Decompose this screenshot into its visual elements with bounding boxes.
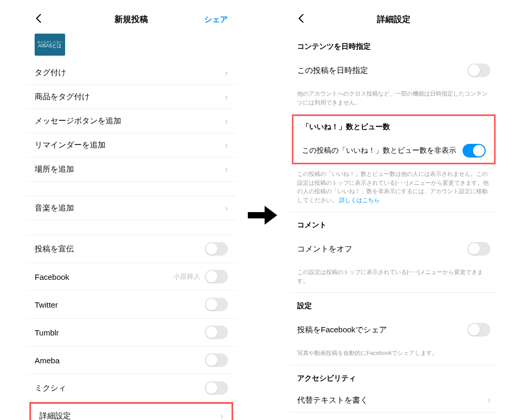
row-schedule-post: この投稿を日時指定 (289, 57, 499, 84)
row-share-facebook: 投稿をFacebookでシェア (289, 316, 499, 343)
row-promote-post: 投稿を宣伝 (26, 235, 236, 263)
row-advanced-settings[interactable]: 詳細設定 › (31, 404, 232, 420)
section-accessibility-title: アクセシビリティ (289, 365, 499, 388)
right-title: 詳細設定 (377, 14, 411, 25)
toggle-twitter[interactable] (205, 298, 228, 311)
right-header: 詳細設定 (289, 5, 499, 34)
fb-help-text: 写真や動画投稿を自動的にFacebookでシェアします。 (289, 343, 499, 365)
toggle-comments-off[interactable] (467, 242, 490, 256)
left-screen: 新規投稿 シェア みんながしらない AISASとは タグ付け › 商品をタグ付け… (26, 5, 236, 420)
section-comments-title: コメント (289, 212, 499, 235)
row-twitter: Twitter (26, 291, 236, 319)
chevron-right-icon: › (488, 395, 490, 405)
chevron-right-icon: › (220, 412, 223, 421)
row-add-reminder[interactable]: リマインダーを追加 › (26, 133, 236, 158)
row-alt-text[interactable]: 代替テキストを書く › (289, 388, 499, 413)
comments-help-text: この設定は投稿のトップに表示されている[･･･]メニューから変更できます。 (289, 262, 499, 292)
row-facebook: Facebook 小原柊人 (26, 263, 236, 291)
highlighted-advanced-row: 詳細設定 › (29, 402, 233, 420)
toggle-promote[interactable] (205, 242, 228, 256)
schedule-help-text: 他のアカウントへのクロス投稿など、一部の機能は日時指定したコンテンツには利用でき… (289, 84, 499, 114)
svg-rect-0 (248, 212, 266, 218)
chevron-right-icon: › (225, 165, 228, 174)
row-tag-products[interactable]: 商品をタグ付け › (26, 85, 236, 109)
chevron-right-icon: › (225, 68, 228, 78)
back-button[interactable] (297, 13, 304, 26)
toggle-tumblr[interactable] (205, 326, 228, 339)
row-add-message-button[interactable]: メッセージボタンを追加 › (26, 109, 236, 133)
toggle-mixi[interactable] (205, 381, 228, 395)
highlighted-likes-block: 「いいね！」数とビュー数 この投稿の「いいね！」数とビュー数を非表示 (292, 114, 496, 164)
section-gap (26, 220, 236, 235)
row-tumblr: Tumblr (26, 319, 236, 346)
row-add-music[interactable]: 音楽を追加 › (26, 196, 236, 220)
toggle-share-facebook[interactable] (467, 323, 490, 337)
row-ameba: Ameba (26, 346, 236, 374)
row-tag-people[interactable]: タグ付け › (26, 61, 236, 85)
arrow-right-icon (248, 206, 277, 225)
right-screen: 詳細設定 コンテンツを日時指定 この投稿を日時指定 他のアカウントへのクロス投稿… (289, 5, 499, 413)
section-schedule-title: コンテンツを日時指定 (289, 34, 499, 57)
back-button[interactable] (35, 13, 42, 26)
toggle-ameba[interactable] (205, 353, 228, 367)
toggle-facebook[interactable] (205, 270, 228, 284)
chevron-right-icon: › (225, 141, 228, 150)
chevron-right-icon: › (225, 204, 228, 213)
toggle-schedule[interactable] (467, 64, 490, 77)
transition-arrow (247, 5, 278, 420)
facebook-account-name: 小原柊人 (173, 272, 201, 281)
section-settings-title: 設定 (289, 293, 499, 316)
post-thumbnail[interactable]: みんながしらない AISASとは (35, 34, 65, 56)
chevron-right-icon: › (225, 92, 228, 102)
likes-learn-more-link[interactable]: 詳しくはこちら (339, 197, 380, 203)
share-button[interactable]: シェア (204, 15, 228, 25)
row-comments-off: コメントをオフ (289, 235, 499, 262)
left-header: 新規投稿 シェア (26, 5, 236, 34)
chevron-right-icon: › (225, 117, 228, 126)
row-mixi: ミクシィ (26, 374, 236, 402)
likes-help-text: この投稿の「いいね！」数とビュー数は他の人には表示されません。この設定は投稿のト… (289, 164, 499, 212)
section-gap (26, 182, 236, 196)
left-title: 新規投稿 (114, 14, 148, 25)
row-hide-likes: この投稿の「いいね！」数とビュー数を非表示 (293, 137, 494, 163)
toggle-hide-likes[interactable] (463, 144, 486, 158)
row-add-location[interactable]: 場所を追加 › (26, 158, 236, 182)
section-likes-title: 「いいね！」数とビュー数 (293, 116, 494, 137)
